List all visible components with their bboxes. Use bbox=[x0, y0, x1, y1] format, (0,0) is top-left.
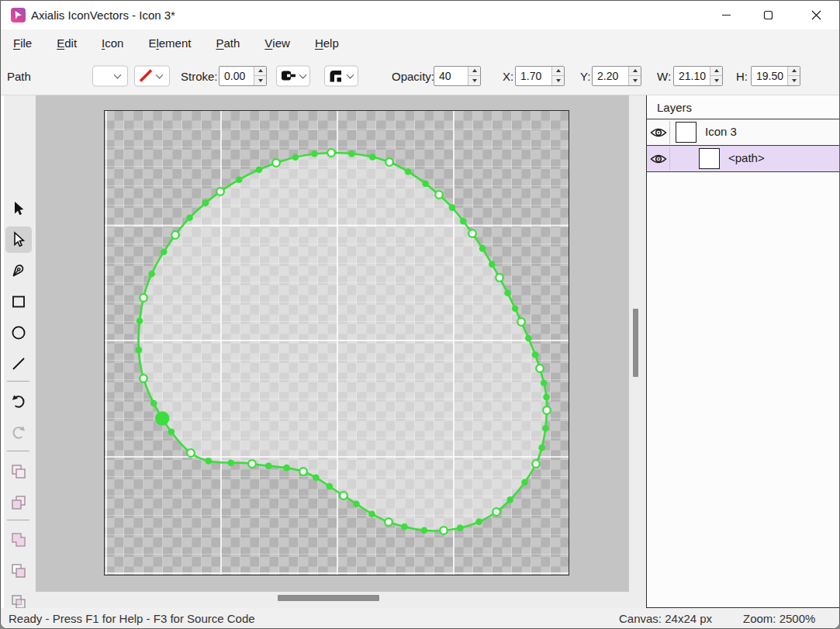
anchor-point[interactable] bbox=[543, 406, 551, 414]
anchor-point[interactable] bbox=[140, 375, 147, 382]
control-point[interactable] bbox=[538, 444, 545, 451]
undo-button[interactable] bbox=[5, 389, 32, 415]
h-spinner[interactable]: 19.50 bbox=[751, 66, 800, 86]
spin-down-button[interactable] bbox=[254, 76, 266, 85]
control-point[interactable] bbox=[206, 458, 213, 465]
opacity-spinner[interactable]: 40 bbox=[434, 66, 481, 86]
control-point[interactable] bbox=[292, 154, 299, 161]
control-point[interactable] bbox=[489, 261, 496, 268]
spin-down-button[interactable] bbox=[552, 76, 564, 85]
anchor-point[interactable] bbox=[517, 318, 525, 326]
x-value[interactable]: 1.70 bbox=[516, 67, 551, 85]
control-point[interactable] bbox=[311, 150, 318, 157]
control-point[interactable] bbox=[369, 154, 376, 161]
control-point[interactable] bbox=[202, 199, 209, 206]
path-editor-svg[interactable] bbox=[105, 111, 570, 576]
w-spinner[interactable]: 21.10 bbox=[673, 66, 723, 86]
anchor-point[interactable] bbox=[385, 158, 393, 166]
redo-button[interactable] bbox=[5, 420, 32, 446]
visibility-eye-icon[interactable] bbox=[650, 153, 667, 165]
control-point[interactable] bbox=[161, 248, 168, 255]
layer-row-icon3[interactable]: Icon 3 bbox=[647, 119, 840, 146]
menu-help[interactable]: Help bbox=[302, 29, 351, 57]
line-join-dropdown[interactable] bbox=[324, 65, 358, 86]
anchor-point[interactable] bbox=[272, 159, 280, 167]
layer-thumbnail[interactable] bbox=[699, 148, 720, 169]
spin-down-button[interactable] bbox=[629, 76, 641, 85]
layer-name[interactable]: Icon 3 bbox=[705, 125, 737, 138]
shape-op-ungroup-button[interactable] bbox=[5, 489, 32, 516]
control-point[interactable] bbox=[506, 496, 513, 503]
control-point[interactable] bbox=[542, 425, 549, 432]
horizontal-scrollbar-thumb[interactable] bbox=[278, 595, 379, 601]
maximize-button[interactable] bbox=[750, 1, 786, 29]
control-point[interactable] bbox=[421, 527, 428, 534]
anchor-point[interactable] bbox=[496, 274, 503, 282]
anchor-point[interactable] bbox=[532, 460, 540, 468]
w-value[interactable]: 21.10 bbox=[674, 67, 710, 85]
pen-tool[interactable] bbox=[5, 257, 32, 284]
layer-thumbnail[interactable] bbox=[676, 122, 697, 143]
menu-view[interactable]: View bbox=[252, 29, 302, 57]
anchor-point[interactable] bbox=[435, 191, 443, 199]
control-point[interactable] bbox=[236, 176, 243, 183]
menu-file[interactable]: File bbox=[1, 29, 44, 57]
control-point[interactable] bbox=[168, 429, 175, 436]
rectangle-tool[interactable] bbox=[5, 289, 32, 315]
line-cap-dropdown[interactable] bbox=[276, 65, 310, 86]
shape-fill[interactable] bbox=[139, 153, 548, 531]
control-point[interactable] bbox=[353, 500, 360, 507]
visibility-eye-icon[interactable] bbox=[650, 126, 667, 139]
spin-down-button[interactable] bbox=[468, 76, 480, 85]
control-point[interactable] bbox=[283, 465, 290, 472]
control-point[interactable] bbox=[401, 524, 408, 531]
spin-up-button[interactable] bbox=[788, 67, 800, 77]
control-point[interactable] bbox=[256, 166, 263, 173]
anchor-point[interactable] bbox=[248, 460, 256, 468]
control-point[interactable] bbox=[227, 459, 234, 466]
stroke-color-dropdown[interactable] bbox=[134, 65, 170, 86]
spin-up-button[interactable] bbox=[254, 67, 266, 77]
opacity-value[interactable]: 40 bbox=[434, 67, 468, 85]
anchor-point[interactable] bbox=[299, 468, 307, 475]
spin-up-button[interactable] bbox=[552, 67, 564, 77]
h-value[interactable]: 19.50 bbox=[752, 67, 787, 85]
control-point[interactable] bbox=[148, 271, 155, 278]
control-point[interactable] bbox=[136, 347, 143, 354]
shape-op-subtract-button[interactable] bbox=[5, 558, 32, 584]
anchor-point[interactable] bbox=[340, 492, 347, 499]
menu-edit[interactable]: Edit bbox=[44, 29, 89, 57]
close-button[interactable] bbox=[798, 1, 834, 29]
control-point[interactable] bbox=[525, 335, 532, 342]
anchor-point[interactable] bbox=[216, 188, 224, 195]
menu-path[interactable]: Path bbox=[203, 29, 252, 57]
stroke-width-value[interactable]: 0.00 bbox=[220, 67, 254, 85]
anchor-point[interactable] bbox=[327, 149, 335, 157]
control-point[interactable] bbox=[186, 215, 193, 222]
line-tool[interactable] bbox=[5, 351, 32, 377]
control-point[interactable] bbox=[504, 290, 511, 297]
layer-name[interactable]: <path> bbox=[728, 151, 765, 164]
control-point[interactable] bbox=[449, 204, 456, 211]
control-point[interactable] bbox=[460, 218, 467, 225]
control-point[interactable] bbox=[543, 394, 550, 401]
control-point[interactable] bbox=[457, 524, 464, 531]
layer-row-path[interactable]: <path> bbox=[647, 146, 840, 172]
anchor-point[interactable] bbox=[468, 230, 476, 237]
canvas[interactable] bbox=[104, 110, 569, 575]
fill-color-dropdown[interactable] bbox=[92, 65, 128, 86]
control-point[interactable] bbox=[479, 245, 486, 252]
anchor-point[interactable] bbox=[440, 527, 448, 534]
control-point[interactable] bbox=[532, 351, 539, 358]
stroke-width-spinner[interactable]: 0.00 bbox=[219, 66, 267, 86]
control-point[interactable] bbox=[512, 305, 519, 312]
direct-select-tool[interactable] bbox=[5, 226, 32, 253]
select-tool[interactable] bbox=[5, 195, 32, 222]
menu-icon[interactable]: Icon bbox=[89, 29, 136, 57]
control-point[interactable] bbox=[265, 462, 272, 469]
control-point[interactable] bbox=[422, 181, 429, 188]
selected-control-point[interactable] bbox=[155, 411, 169, 425]
control-point[interactable] bbox=[541, 379, 548, 386]
control-point[interactable] bbox=[348, 150, 355, 157]
x-spinner[interactable]: 1.70 bbox=[515, 66, 565, 86]
